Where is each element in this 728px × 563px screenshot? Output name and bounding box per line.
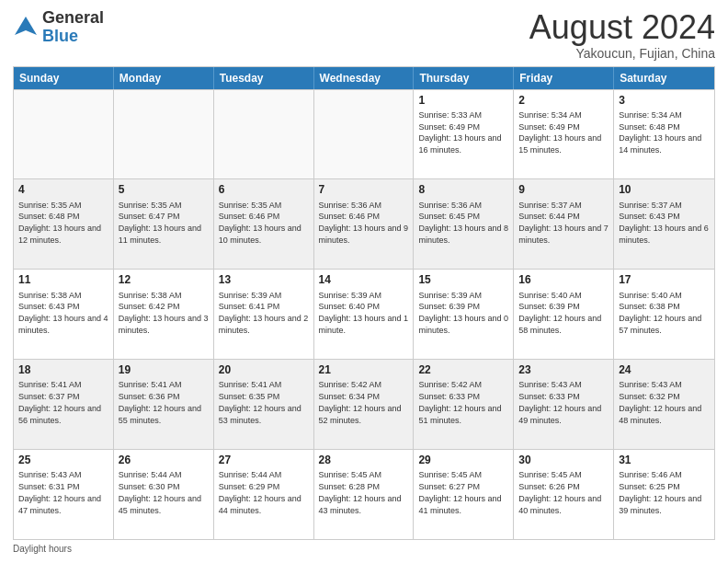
cal-cell-3-2: 20Sunrise: 5:41 AM Sunset: 6:35 PM Dayli… [214,360,314,449]
day-info: Sunrise: 5:34 AM Sunset: 6:49 PM Dayligh… [518,110,601,155]
day-number: 27 [219,453,309,467]
day-info: Sunrise: 5:38 AM Sunset: 6:43 PM Dayligh… [18,291,108,335]
day-number: 11 [18,272,108,287]
day-info: Sunrise: 5:39 AM Sunset: 6:39 PM Dayligh… [418,291,508,335]
day-number: 25 [18,453,108,467]
day-info: Sunrise: 5:44 AM Sunset: 6:30 PM Dayligh… [119,470,201,514]
day-number: 1 [418,93,508,108]
day-info: Sunrise: 5:45 AM Sunset: 6:28 PM Dayligh… [319,470,402,514]
header: General Blue August 2024 Yakoucun, Fujia… [13,9,715,61]
calendar: SundayMondayTuesdayWednesdayThursdayFrid… [13,66,715,540]
day-info: Sunrise: 5:34 AM Sunset: 6:48 PM Dayligh… [619,110,701,155]
cal-cell-1-0: 4Sunrise: 5:35 AM Sunset: 6:48 PM Daylig… [14,179,114,269]
day-info: Sunrise: 5:43 AM Sunset: 6:32 PM Dayligh… [619,380,701,424]
day-info: Sunrise: 5:37 AM Sunset: 6:44 PM Dayligh… [518,201,609,245]
cal-cell-2-4: 15Sunrise: 5:39 AM Sunset: 6:39 PM Dayli… [414,270,514,359]
cal-cell-4-3: 28Sunrise: 5:45 AM Sunset: 6:28 PM Dayli… [314,450,415,539]
day-info: Sunrise: 5:41 AM Sunset: 6:37 PM Dayligh… [18,380,101,424]
day-number: 3 [619,93,710,108]
calendar-header: SundayMondayTuesdayWednesdayThursdayFrid… [14,67,714,89]
day-info: Sunrise: 5:35 AM Sunset: 6:46 PM Dayligh… [219,201,301,245]
cal-row-1: 4Sunrise: 5:35 AM Sunset: 6:48 PM Daylig… [14,178,714,269]
day-number: 14 [319,272,409,287]
main-title: August 2024 [529,9,715,46]
cal-header-sunday: Sunday [14,67,114,89]
day-number: 7 [319,182,409,197]
logo-icon [13,15,39,40]
cal-cell-1-5: 9Sunrise: 5:37 AM Sunset: 6:44 PM Daylig… [514,179,614,269]
cal-cell-2-6: 17Sunrise: 5:40 AM Sunset: 6:38 PM Dayli… [614,270,714,359]
day-info: Sunrise: 5:36 AM Sunset: 6:45 PM Dayligh… [418,201,508,245]
footer-text: Daylight hours [13,544,72,554]
day-number: 28 [319,453,409,467]
day-info: Sunrise: 5:39 AM Sunset: 6:40 PM Dayligh… [319,291,409,335]
subtitle: Yakoucun, Fujian, China [529,46,715,61]
cal-row-4: 25Sunrise: 5:43 AM Sunset: 6:31 PM Dayli… [14,449,714,539]
day-number: 5 [119,182,209,197]
cal-header-saturday: Saturday [614,67,714,89]
day-number: 12 [119,272,209,287]
cal-cell-3-0: 18Sunrise: 5:41 AM Sunset: 6:37 PM Dayli… [14,360,114,449]
cal-cell-2-2: 13Sunrise: 5:39 AM Sunset: 6:41 PM Dayli… [214,270,314,359]
cal-cell-2-0: 11Sunrise: 5:38 AM Sunset: 6:43 PM Dayli… [14,270,114,359]
cal-cell-0-2 [214,90,314,179]
day-number: 15 [418,272,508,287]
logo-general: General [42,9,104,28]
cal-header-monday: Monday [114,67,214,89]
day-number: 10 [619,182,710,197]
day-number: 20 [219,362,309,377]
cal-cell-3-6: 24Sunrise: 5:43 AM Sunset: 6:32 PM Dayli… [614,360,714,449]
day-info: Sunrise: 5:43 AM Sunset: 6:33 PM Dayligh… [518,380,601,424]
day-info: Sunrise: 5:45 AM Sunset: 6:27 PM Dayligh… [418,470,501,514]
cal-row-2: 11Sunrise: 5:38 AM Sunset: 6:43 PM Dayli… [14,269,714,359]
cal-cell-4-0: 25Sunrise: 5:43 AM Sunset: 6:31 PM Dayli… [14,450,114,539]
day-number: 19 [119,362,209,377]
cal-header-wednesday: Wednesday [314,67,415,89]
day-number: 9 [518,182,609,197]
cal-cell-2-3: 14Sunrise: 5:39 AM Sunset: 6:40 PM Dayli… [314,270,415,359]
day-number: 29 [418,453,508,467]
cal-cell-0-3 [314,90,415,179]
day-number: 13 [219,272,309,287]
cal-header-thursday: Thursday [414,67,514,89]
cal-cell-3-1: 19Sunrise: 5:41 AM Sunset: 6:36 PM Dayli… [114,360,214,449]
day-info: Sunrise: 5:42 AM Sunset: 6:33 PM Dayligh… [418,380,501,424]
day-info: Sunrise: 5:40 AM Sunset: 6:38 PM Dayligh… [619,291,701,335]
day-info: Sunrise: 5:35 AM Sunset: 6:48 PM Dayligh… [18,201,101,245]
logo: General Blue [13,9,104,46]
day-number: 2 [518,93,609,108]
day-info: Sunrise: 5:39 AM Sunset: 6:41 PM Dayligh… [219,291,309,335]
day-number: 30 [518,453,609,467]
day-number: 18 [18,362,108,377]
day-info: Sunrise: 5:44 AM Sunset: 6:29 PM Dayligh… [219,470,301,514]
cal-cell-0-4: 1Sunrise: 5:33 AM Sunset: 6:49 PM Daylig… [414,90,514,179]
day-info: Sunrise: 5:41 AM Sunset: 6:36 PM Dayligh… [119,380,201,424]
day-number: 23 [518,362,609,377]
day-number: 26 [119,453,209,467]
cal-cell-1-2: 6Sunrise: 5:35 AM Sunset: 6:46 PM Daylig… [214,179,314,269]
day-number: 17 [619,272,710,287]
day-number: 22 [418,362,508,377]
cal-cell-4-2: 27Sunrise: 5:44 AM Sunset: 6:29 PM Dayli… [214,450,314,539]
cal-cell-4-5: 30Sunrise: 5:45 AM Sunset: 6:26 PM Dayli… [514,450,614,539]
cal-cell-3-4: 22Sunrise: 5:42 AM Sunset: 6:33 PM Dayli… [414,360,514,449]
cal-cell-1-3: 7Sunrise: 5:36 AM Sunset: 6:46 PM Daylig… [314,179,415,269]
day-info: Sunrise: 5:37 AM Sunset: 6:43 PM Dayligh… [619,201,709,245]
cal-row-3: 18Sunrise: 5:41 AM Sunset: 6:37 PM Dayli… [14,359,714,449]
logo-text: General Blue [42,9,104,46]
day-info: Sunrise: 5:43 AM Sunset: 6:31 PM Dayligh… [18,470,101,514]
cal-cell-4-1: 26Sunrise: 5:44 AM Sunset: 6:30 PM Dayli… [114,450,214,539]
logo-blue: Blue [42,28,104,46]
day-info: Sunrise: 5:41 AM Sunset: 6:35 PM Dayligh… [219,380,301,424]
day-number: 4 [18,182,108,197]
day-number: 24 [619,362,710,377]
cal-cell-1-4: 8Sunrise: 5:36 AM Sunset: 6:45 PM Daylig… [414,179,514,269]
calendar-body: 1Sunrise: 5:33 AM Sunset: 6:49 PM Daylig… [14,89,714,539]
cal-cell-0-5: 2Sunrise: 5:34 AM Sunset: 6:49 PM Daylig… [514,90,614,179]
cal-cell-3-3: 21Sunrise: 5:42 AM Sunset: 6:34 PM Dayli… [314,360,415,449]
cal-cell-0-1 [114,90,214,179]
day-info: Sunrise: 5:36 AM Sunset: 6:46 PM Dayligh… [319,201,409,245]
day-number: 8 [418,182,508,197]
day-info: Sunrise: 5:35 AM Sunset: 6:47 PM Dayligh… [119,201,201,245]
cal-cell-0-6: 3Sunrise: 5:34 AM Sunset: 6:48 PM Daylig… [614,90,714,179]
